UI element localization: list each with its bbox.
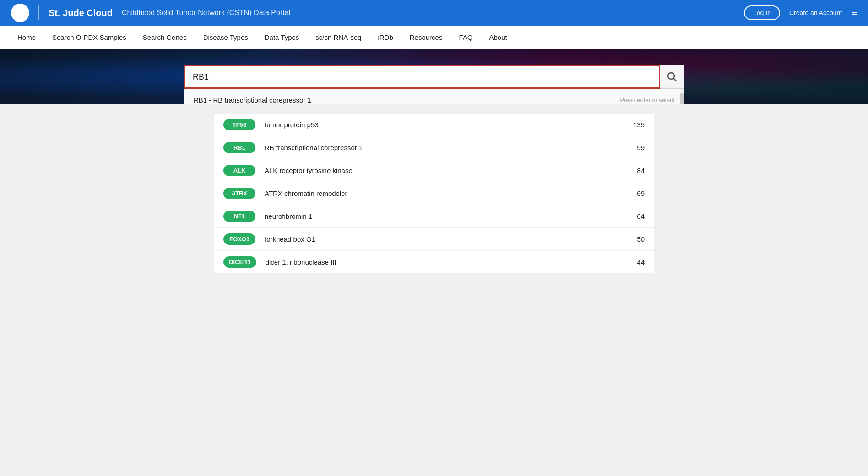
gene-name-6: dicer 1, ribonuclease III xyxy=(266,258,617,266)
svg-line-2 xyxy=(673,79,676,81)
gene-count-1: 99 xyxy=(626,144,645,151)
gene-count-6: 44 xyxy=(626,258,645,266)
svg-point-0 xyxy=(18,8,22,13)
nav-item-disease-types[interactable]: Disease Types xyxy=(195,26,256,49)
header-right: Log In Create an Account ≡ xyxy=(744,5,857,20)
gene-name-2: ALK receptor tyrosine kinase xyxy=(265,167,617,174)
gene-count-0: 135 xyxy=(626,121,645,129)
gene-tag-3[interactable]: ATRX xyxy=(223,188,255,199)
header-divider xyxy=(38,5,39,20)
press-enter-hint: Press enter to select xyxy=(620,97,675,103)
gene-row-4: NF1 neurofibromin 1 64 xyxy=(214,205,654,228)
gene-tag-1[interactable]: RB1 xyxy=(223,142,255,153)
search-dropdown: RB1 - RB transcriptional corepressor 1 P… xyxy=(184,89,684,104)
gene-count-4: 64 xyxy=(626,212,645,220)
gene-tag-2[interactable]: ALK xyxy=(223,165,255,176)
gene-tag-4[interactable]: NF1 xyxy=(223,211,255,222)
nav-item-irdb[interactable]: iRDb xyxy=(369,26,401,49)
nav-item-home[interactable]: Home xyxy=(9,26,44,49)
search-input[interactable] xyxy=(184,65,660,89)
search-button[interactable] xyxy=(660,65,684,89)
nav-item-faq[interactable]: FAQ xyxy=(450,26,481,49)
nav-item-search-opdx[interactable]: Search O-PDX Samples xyxy=(44,26,135,49)
gene-tag-0[interactable]: TP53 xyxy=(223,119,255,130)
content-area: TP53 tumor protein p53 135 RB1 RB transc… xyxy=(0,104,868,379)
hamburger-menu-icon[interactable]: ≡ xyxy=(851,7,857,19)
create-account-link[interactable]: Create an Account xyxy=(789,9,842,16)
nav-item-rna-seq[interactable]: sc/sn RNA-seq xyxy=(307,26,369,49)
gene-table: TP53 tumor protein p53 135 RB1 RB transc… xyxy=(214,114,654,274)
gene-count-5: 50 xyxy=(626,235,645,243)
dropdown-scrollbar[interactable] xyxy=(680,89,684,104)
hero-section: RB1 - RB transcriptional corepressor 1 P… xyxy=(0,49,868,104)
top-header: St. Jude Cloud Childhood Solid Tumor Net… xyxy=(0,0,868,26)
gene-row-2: ALK ALK receptor tyrosine kinase 84 xyxy=(214,159,654,182)
gene-name-3: ATRX chromatin remodeler xyxy=(265,189,617,197)
gene-name-0: tumor protein p53 xyxy=(265,121,617,129)
login-button[interactable]: Log In xyxy=(744,5,780,20)
brand-name: St. Jude Cloud xyxy=(49,8,113,18)
gene-row-3: ATRX ATRX chromatin remodeler 69 xyxy=(214,182,654,205)
header-left: St. Jude Cloud Childhood Solid Tumor Net… xyxy=(11,4,290,22)
gene-name-1: RB transcriptional corepressor 1 xyxy=(265,144,617,151)
dropdown-item-text-0: RB1 - RB transcriptional corepressor 1 xyxy=(194,96,311,104)
gene-count-2: 84 xyxy=(626,167,645,174)
gene-count-3: 69 xyxy=(626,189,645,197)
scrollbar-thumb xyxy=(680,93,684,104)
gene-name-5: forkhead box O1 xyxy=(265,235,617,243)
header-subtitle: Childhood Solid Tumor Network (CSTN) Dat… xyxy=(122,9,290,17)
nav-item-data-types[interactable]: Data Types xyxy=(256,26,308,49)
dropdown-item-0[interactable]: RB1 - RB transcriptional corepressor 1 P… xyxy=(184,89,684,104)
gene-tag-6[interactable]: DICER1 xyxy=(223,256,256,268)
logo-icon xyxy=(11,4,29,22)
gene-row-0: TP53 tumor protein p53 135 xyxy=(214,114,654,136)
search-container: RB1 - RB transcriptional corepressor 1 P… xyxy=(184,65,684,89)
gene-tag-5[interactable]: FOXO1 xyxy=(223,233,255,245)
nav-item-search-genes[interactable]: Search Genes xyxy=(135,26,195,49)
gene-name-4: neurofibromin 1 xyxy=(265,212,617,220)
gene-row-6: DICER1 dicer 1, ribonuclease III 44 xyxy=(214,251,654,274)
gene-row-5: FOXO1 forkhead box O1 50 xyxy=(214,228,654,251)
nav-item-about[interactable]: About xyxy=(481,26,515,49)
nav-bar: Home Search O-PDX Samples Search Genes D… xyxy=(0,26,868,49)
search-wrapper: RB1 - RB transcriptional corepressor 1 P… xyxy=(184,65,660,89)
nav-item-resources[interactable]: Resources xyxy=(401,26,451,49)
gene-row-1: RB1 RB transcriptional corepressor 1 99 xyxy=(214,136,654,159)
